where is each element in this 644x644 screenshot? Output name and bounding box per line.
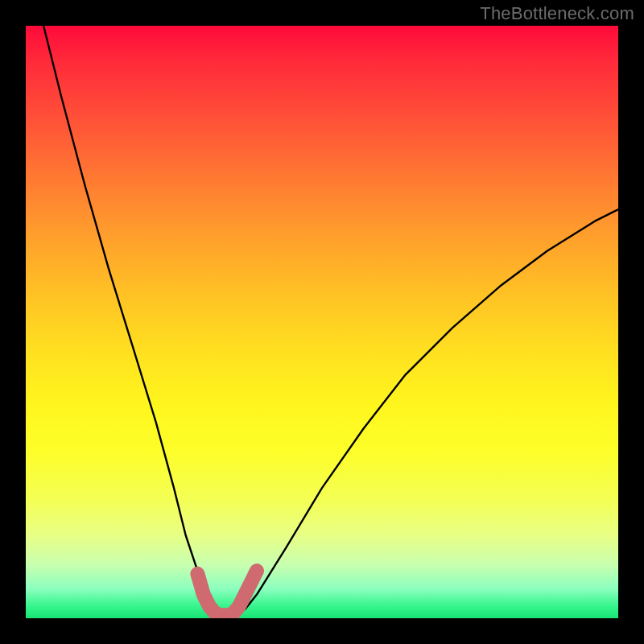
curve-group — [43, 26, 618, 615]
optimal-range-marker — [197, 571, 257, 615]
watermark-text: TheBottleneck.com — [480, 3, 634, 24]
marker-dot — [250, 564, 263, 577]
chart-frame: TheBottleneck.com — [0, 0, 644, 644]
bottleneck-curve — [43, 26, 618, 615]
plot-area — [26, 26, 618, 618]
plot-svg — [26, 26, 618, 618]
